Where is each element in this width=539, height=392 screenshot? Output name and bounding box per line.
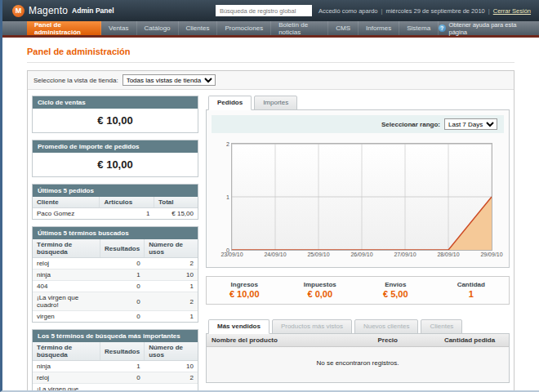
table-cell: reloj — [33, 258, 100, 270]
table-row: ¡La virgen que cuadro!02 — [33, 384, 198, 392]
help-icon: ? — [439, 24, 445, 32]
header-meta: Accedió como apardo | miércoles 29 de se… — [318, 7, 531, 15]
table-row: ninja110 — [33, 270, 198, 281]
left-column: Ciclo de ventas € 10,00 Promedio de impo… — [32, 96, 198, 392]
totals-bar: Ingresos€ 10,00Impuestos€ 0,00Envíos€ 5,… — [206, 276, 510, 305]
chart-panel: Seleccionar rango: Last 7 Days 01223/09/… — [206, 109, 510, 268]
nav-help[interactable]: ? Obtener ayuda para esta página — [439, 21, 531, 35]
logged-in-as: Accedió como apardo — [318, 7, 378, 15]
table-row: ¡La virgen que cuadro!02 — [33, 292, 198, 311]
nav-item-sistema[interactable]: Sistema — [399, 21, 439, 35]
orders-chart: 01223/09/1024/09/1025/09/1026/09/1027/09… — [215, 138, 501, 264]
table-cell: 1 — [145, 281, 198, 292]
nav-item-clientes[interactable]: Clientes — [179, 21, 218, 35]
x-axis-tick: 25/09/10 — [307, 252, 329, 257]
table-cell: ninja — [33, 361, 100, 372]
table-cell: 1 — [145, 311, 198, 323]
widget-title: Los 5 términos de búsqueda más important… — [33, 330, 198, 342]
range-select[interactable]: Last 7 Days — [444, 118, 497, 130]
separator: | — [488, 7, 490, 15]
table-cell: 0 — [100, 292, 145, 311]
total-value: € 5,00 — [358, 289, 434, 299]
grid-empty-text: No se encontraron registros. — [207, 347, 509, 383]
grid-column-header: Cantidad pedida — [439, 334, 509, 347]
tab-productos-mas-vistos: Productos más vistos — [272, 319, 352, 334]
average-orders-value: € 10,00 — [33, 153, 198, 176]
table-cell: 0 — [100, 311, 145, 323]
total-impuestos: Impuestos€ 0,00 — [283, 281, 359, 299]
column-header: Término de búsqueda — [33, 342, 100, 361]
grid-empty-row: No se encontraron registros. — [207, 347, 509, 383]
column-header: Total — [154, 197, 198, 208]
global-search-input[interactable] — [216, 5, 312, 16]
column-header: Número de usos — [145, 342, 198, 361]
column-header: Artículos — [100, 197, 154, 208]
chart-tabs: PedidosImportes — [208, 96, 510, 109]
nav-item-catalogo[interactable]: Catálogo — [137, 21, 179, 35]
table-row: reloj02 — [33, 372, 198, 384]
logo-title: Magento — [29, 5, 68, 16]
current-date: miércoles 29 de septiembre de 2010 — [385, 7, 484, 15]
orders-chart-plot: 01223/09/1024/09/1025/09/1026/09/1027/09… — [231, 143, 492, 251]
nav-item-informes[interactable]: Informes — [359, 21, 399, 35]
top-search-terms-table: Término de búsquedaResultadosNúmero de u… — [33, 342, 198, 392]
tab-pedidos[interactable]: Pedidos — [208, 96, 252, 110]
top-search-terms-widget: Los 5 términos de búsqueda más important… — [32, 329, 198, 392]
total-label: Cantidad — [434, 281, 510, 288]
store-view-select[interactable]: Todas las vistas de tienda — [122, 74, 216, 86]
nav-item-cms[interactable]: CMS — [328, 21, 359, 35]
table-cell: reloj — [33, 372, 100, 384]
column-header: Cliente — [33, 197, 100, 208]
tab-mas-vendidos[interactable]: Más vendidos — [208, 319, 270, 334]
products-grid-panel: Nombre del productoPrecioCantidad pedida… — [206, 333, 510, 383]
table-cell: 0 — [100, 372, 145, 384]
magento-logo-icon: M — [12, 5, 24, 17]
total-label: Ingresos — [207, 281, 283, 288]
table-cell: 2 — [145, 372, 198, 384]
nav-item-panel-de-administracion[interactable]: Panel de administración — [27, 21, 101, 35]
table-cell: 10 — [145, 361, 198, 372]
nav-item-ventas[interactable]: Ventas — [101, 21, 136, 35]
table-cell: ¡La virgen que cuadro! — [33, 292, 100, 311]
orders-chart-svg — [232, 144, 492, 250]
table-cell: 1 — [100, 361, 145, 372]
total-label: Envíos — [358, 281, 434, 288]
total-label: Impuestos — [283, 281, 359, 288]
column-header: Resultados — [100, 342, 145, 361]
tab-importes[interactable]: Importes — [254, 96, 297, 110]
x-axis-tick: 26/09/10 — [350, 252, 372, 257]
last-search-terms-table: Término de búsquedaResultadosNúmero de u… — [33, 239, 198, 322]
table-row: virgen01 — [33, 311, 198, 323]
products-grid-header: Nombre del productoPrecioCantidad pedida — [207, 334, 509, 347]
table-cell: € 15,00 — [154, 208, 198, 220]
table-cell: ¡La virgen que cuadro! — [33, 384, 100, 392]
widget-title: Promedio de importe de pedidos — [33, 140, 198, 153]
table-cell: ninja — [33, 270, 100, 281]
nav-item-boletin-de-noticias[interactable]: Boletín de noticias — [271, 21, 328, 35]
table-cell: 2 — [145, 384, 198, 392]
last-orders-table: ClienteArtículosTotalPaco Gomez1€ 15,00 — [33, 197, 198, 219]
table-cell: 404 — [33, 281, 100, 292]
total-value: € 0,00 — [283, 289, 359, 299]
column-header: Término de búsqueda — [33, 239, 100, 258]
last-search-terms-widget: Últimos 5 términos buscados Término de b… — [32, 226, 198, 323]
tab-nuevos-clientes: Nuevos clientes — [354, 319, 418, 334]
total-ingresos: Ingresos€ 10,00 — [207, 281, 283, 299]
lifetime-sales-widget: Ciclo de ventas € 10,00 — [32, 96, 198, 133]
nav-item-promociones[interactable]: Promociones — [217, 21, 271, 35]
store-view-bar: Seleccione la vista de tienda: Todas las… — [28, 71, 514, 90]
grid-column-header: Nombre del producto — [207, 334, 373, 347]
table-row: ninja110 — [33, 361, 198, 372]
logout-link[interactable]: Cerrar Sesión — [493, 7, 531, 15]
table-cell: 1 — [100, 270, 145, 281]
content-panel: Seleccione la vista de tienda: Todas las… — [27, 70, 514, 392]
column-header: Número de usos — [145, 239, 198, 258]
table-cell: Paco Gomez — [33, 208, 100, 220]
x-axis-tick: 27/09/10 — [394, 252, 416, 257]
average-orders-widget: Promedio de importe de pedidos € 10,00 — [32, 140, 198, 177]
y-axis-tick: 2 — [226, 141, 229, 147]
nav-items: Panel de administraciónVentasCatálogoCli… — [27, 21, 439, 35]
table-cell: 0 — [100, 384, 145, 392]
logo-subtitle: Admin Panel — [72, 7, 114, 15]
last-orders-widget: Últimos 5 pedidos ClienteArtículosTotalP… — [32, 184, 198, 220]
